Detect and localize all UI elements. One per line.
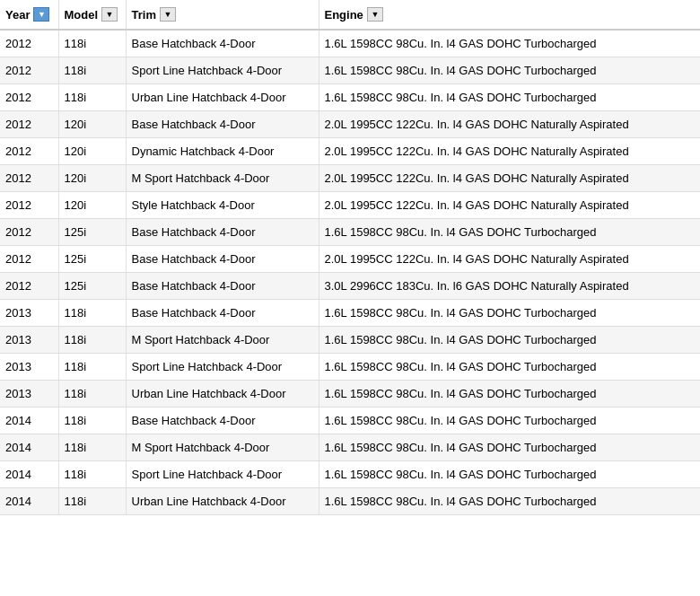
table-row: 2014118iBase Hatchback 4-Door1.6L 1598CC… bbox=[0, 408, 700, 434]
cell-engine: 1.6L 1598CC 98Cu. In. l4 GAS DOHC Turboc… bbox=[319, 434, 700, 461]
cell-year: 2014 bbox=[0, 434, 58, 461]
cell-model: 118i bbox=[58, 434, 126, 461]
table-row: 2014118iUrban Line Hatchback 4-Door1.6L … bbox=[0, 488, 700, 515]
cell-engine: 1.6L 1598CC 98Cu. In. l4 GAS DOHC Turboc… bbox=[319, 461, 700, 488]
col-label-year: Year bbox=[5, 8, 30, 22]
cell-engine: 3.0L 2996CC 183Cu. In. l6 GAS DOHC Natur… bbox=[319, 273, 700, 300]
cell-model: 118i bbox=[58, 300, 126, 327]
table-row: 2012118iUrban Line Hatchback 4-Door1.6L … bbox=[0, 84, 700, 111]
table-row: 2012125iBase Hatchback 4-Door3.0L 2996CC… bbox=[0, 273, 700, 300]
cell-year: 2013 bbox=[0, 381, 58, 408]
cell-year: 2013 bbox=[0, 300, 58, 327]
col-header-engine: Engine ▼ bbox=[319, 0, 700, 30]
col-label-engine: Engine bbox=[325, 8, 363, 22]
table-row: 2014118iSport Line Hatchback 4-Door1.6L … bbox=[0, 461, 700, 488]
cell-year: 2012 bbox=[0, 246, 58, 273]
table-row: 2012125iBase Hatchback 4-Door2.0L 1995CC… bbox=[0, 246, 700, 273]
col-header-model: Model ▼ bbox=[58, 0, 126, 30]
cell-year: 2012 bbox=[0, 84, 58, 111]
cell-engine: 1.6L 1598CC 98Cu. In. l4 GAS DOHC Turboc… bbox=[319, 381, 700, 408]
cell-year: 2014 bbox=[0, 488, 58, 515]
filter-btn-trim[interactable]: ▼ bbox=[160, 7, 176, 22]
table-row: 2012120iBase Hatchback 4-Door2.0L 1995CC… bbox=[0, 111, 700, 138]
cell-trim: Base Hatchback 4-Door bbox=[126, 219, 319, 246]
cell-engine: 1.6L 1598CC 98Cu. In. l4 GAS DOHC Turboc… bbox=[319, 408, 700, 434]
table-row: 2014118iM Sport Hatchback 4-Door1.6L 159… bbox=[0, 434, 700, 461]
table-row: 2012120iDynamic Hatchback 4-Door2.0L 199… bbox=[0, 138, 700, 165]
col-header-year: Year ▼ bbox=[0, 0, 58, 30]
cell-trim: Urban Line Hatchback 4-Door bbox=[126, 381, 319, 408]
cell-model: 125i bbox=[58, 219, 126, 246]
cell-model: 120i bbox=[58, 138, 126, 165]
data-table: Year ▼ Model ▼ Trim ▼ bbox=[0, 0, 700, 515]
table-row: 2012118iBase Hatchback 4-Door1.6L 1598CC… bbox=[0, 30, 700, 57]
cell-trim: Base Hatchback 4-Door bbox=[126, 111, 319, 138]
cell-engine: 1.6L 1598CC 98Cu. In. l4 GAS DOHC Turboc… bbox=[319, 30, 700, 57]
cell-model: 118i bbox=[58, 381, 126, 408]
cell-model: 118i bbox=[58, 488, 126, 515]
cell-trim: Urban Line Hatchback 4-Door bbox=[126, 488, 319, 515]
cell-engine: 2.0L 1995CC 122Cu. In. l4 GAS DOHC Natur… bbox=[319, 138, 700, 165]
cell-model: 118i bbox=[58, 354, 126, 381]
cell-year: 2012 bbox=[0, 219, 58, 246]
table-row: 2012120iM Sport Hatchback 4-Door2.0L 199… bbox=[0, 165, 700, 192]
table-row: 2013118iBase Hatchback 4-Door1.6L 1598CC… bbox=[0, 300, 700, 327]
cell-trim: Base Hatchback 4-Door bbox=[126, 246, 319, 273]
cell-model: 118i bbox=[58, 57, 126, 84]
cell-trim: Base Hatchback 4-Door bbox=[126, 300, 319, 327]
cell-trim: Urban Line Hatchback 4-Door bbox=[126, 84, 319, 111]
cell-model: 125i bbox=[58, 246, 126, 273]
cell-engine: 1.6L 1598CC 98Cu. In. l4 GAS DOHC Turboc… bbox=[319, 219, 700, 246]
cell-engine: 2.0L 1995CC 122Cu. In. l4 GAS DOHC Natur… bbox=[319, 192, 700, 219]
cell-trim: M Sport Hatchback 4-Door bbox=[126, 165, 319, 192]
cell-model: 125i bbox=[58, 273, 126, 300]
col-label-model: Model bbox=[65, 8, 99, 22]
cell-trim: Base Hatchback 4-Door bbox=[126, 273, 319, 300]
cell-model: 118i bbox=[58, 461, 126, 488]
cell-engine: 1.6L 1598CC 98Cu. In. l4 GAS DOHC Turboc… bbox=[319, 354, 700, 381]
cell-trim: M Sport Hatchback 4-Door bbox=[126, 434, 319, 461]
cell-model: 120i bbox=[58, 192, 126, 219]
col-label-trim: Trim bbox=[132, 8, 156, 22]
cell-engine: 1.6L 1598CC 98Cu. In. l4 GAS DOHC Turboc… bbox=[319, 300, 700, 327]
cell-trim: Base Hatchback 4-Door bbox=[126, 30, 319, 57]
cell-trim: Sport Line Hatchback 4-Door bbox=[126, 57, 319, 84]
cell-year: 2012 bbox=[0, 165, 58, 192]
cell-model: 118i bbox=[58, 327, 126, 354]
filter-btn-year[interactable]: ▼ bbox=[33, 7, 49, 22]
cell-trim: Dynamic Hatchback 4-Door bbox=[126, 138, 319, 165]
cell-year: 2013 bbox=[0, 327, 58, 354]
table-row: 2012125iBase Hatchback 4-Door1.6L 1598CC… bbox=[0, 219, 700, 246]
cell-engine: 1.6L 1598CC 98Cu. In. l4 GAS DOHC Turboc… bbox=[319, 84, 700, 111]
cell-engine: 2.0L 1995CC 122Cu. In. l4 GAS DOHC Natur… bbox=[319, 165, 700, 192]
cell-engine: 2.0L 1995CC 122Cu. In. l4 GAS DOHC Natur… bbox=[319, 246, 700, 273]
cell-trim: Style Hatchback 4-Door bbox=[126, 192, 319, 219]
filter-btn-model[interactable]: ▼ bbox=[101, 7, 118, 22]
main-table-container: Year ▼ Model ▼ Trim ▼ bbox=[0, 0, 700, 515]
cell-year: 2013 bbox=[0, 354, 58, 381]
cell-model: 118i bbox=[58, 84, 126, 111]
cell-trim: Sport Line Hatchback 4-Door bbox=[126, 461, 319, 488]
table-body: 2012118iBase Hatchback 4-Door1.6L 1598CC… bbox=[0, 30, 700, 515]
table-row: 2013118iUrban Line Hatchback 4-Door1.6L … bbox=[0, 381, 700, 408]
table-row: 2012120iStyle Hatchback 4-Door2.0L 1995C… bbox=[0, 192, 700, 219]
col-header-trim: Trim ▼ bbox=[126, 0, 319, 30]
cell-trim: M Sport Hatchback 4-Door bbox=[126, 327, 319, 354]
cell-year: 2012 bbox=[0, 138, 58, 165]
filter-btn-engine[interactable]: ▼ bbox=[367, 7, 383, 22]
cell-year: 2012 bbox=[0, 192, 58, 219]
table-row: 2012118iSport Line Hatchback 4-Door1.6L … bbox=[0, 57, 700, 84]
table-row: 2013118iM Sport Hatchback 4-Door1.6L 159… bbox=[0, 327, 700, 354]
cell-year: 2014 bbox=[0, 461, 58, 488]
cell-model: 120i bbox=[58, 111, 126, 138]
cell-year: 2012 bbox=[0, 111, 58, 138]
cell-model: 120i bbox=[58, 165, 126, 192]
cell-year: 2012 bbox=[0, 30, 58, 57]
cell-engine: 1.6L 1598CC 98Cu. In. l4 GAS DOHC Turboc… bbox=[319, 327, 700, 354]
cell-year: 2012 bbox=[0, 273, 58, 300]
header-row: Year ▼ Model ▼ Trim ▼ bbox=[0, 0, 700, 30]
cell-model: 118i bbox=[58, 30, 126, 57]
table-row: 2013118iSport Line Hatchback 4-Door1.6L … bbox=[0, 354, 700, 381]
cell-engine: 1.6L 1598CC 98Cu. In. l4 GAS DOHC Turboc… bbox=[319, 488, 700, 515]
cell-year: 2014 bbox=[0, 408, 58, 434]
